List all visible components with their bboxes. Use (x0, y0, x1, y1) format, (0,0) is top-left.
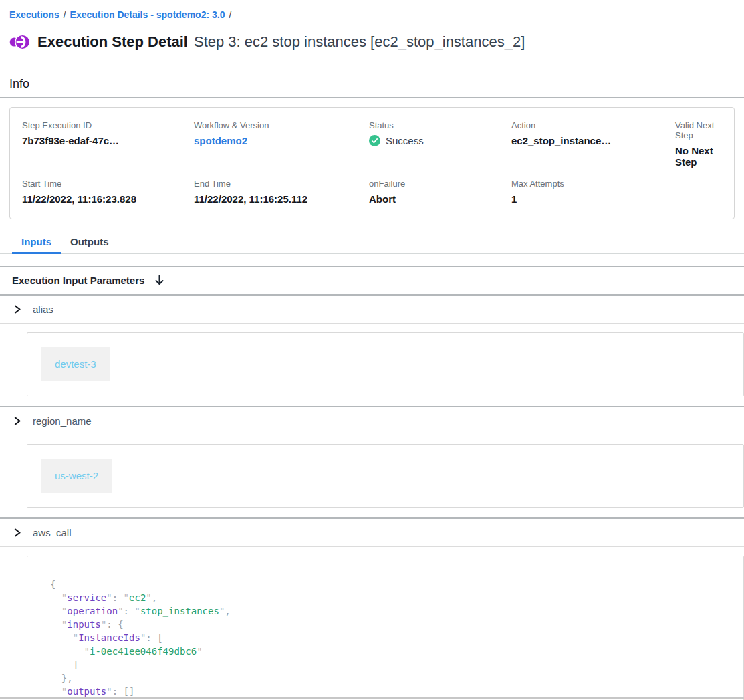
section-name: alias (33, 304, 53, 315)
workflow-link[interactable]: spotdemo2 (194, 135, 247, 146)
code-line: "i-0ec41ee046f49dbc6" (50, 645, 743, 658)
field-label: onFailure (369, 179, 511, 189)
section-aws-call: aws_call { "service": "ec2", "operation"… (0, 517, 744, 700)
field-label: End Time (194, 179, 369, 189)
code-line: "operation": "stop_instances", (50, 604, 743, 618)
status-success-icon (369, 135, 380, 146)
page-header: Execution Step DetailStep 3: ec2 stop in… (9, 31, 744, 52)
field-action: Action ec2_stop_instance… (511, 120, 675, 168)
value-box: devtest-3 (27, 332, 744, 396)
section-region-name: region_name us-west-2 (0, 406, 744, 517)
code-line: ] (50, 658, 743, 671)
execution-input-parameters-header: Execution Input Parameters (0, 266, 744, 296)
chevron-right-icon[interactable] (13, 305, 21, 314)
breadcrumb: Executions/Execution Details - spotdemo2… (0, 0, 744, 20)
code-line: "service": "ec2", (50, 591, 743, 604)
section-alias: alias devtest-3 (0, 296, 744, 406)
arrow-down-icon[interactable] (154, 275, 164, 286)
field-label: Status (369, 120, 511, 130)
field-value: 11/22/2022, 11:16:23.828 (22, 193, 194, 205)
section-region-name-body: us-west-2 (0, 435, 744, 517)
breadcrumb-link-executions[interactable]: Executions (9, 9, 59, 20)
section-region-name-header[interactable]: region_name (0, 407, 744, 435)
field-value: 7b73f93e-edaf-47c… (22, 135, 194, 146)
execution-step-detail-page: Executions/Execution Details - spotdemo2… (0, 0, 744, 700)
field-max-attempts: Max Attempts 1 (511, 179, 675, 205)
breadcrumb-separator: / (229, 9, 231, 20)
field-workflow-version: Workflow & Version spotdemo2 (194, 120, 369, 168)
field-onfailure: onFailure Abort (369, 179, 511, 205)
field-label: Start Time (22, 179, 194, 189)
code-line: "InstanceIds": [ (50, 631, 743, 645)
code-line: "inputs": { (50, 618, 743, 631)
value-chip: us-west-2 (41, 459, 112, 493)
field-value: 1 (511, 193, 675, 205)
field-value: Abort (369, 193, 511, 205)
json-code-box: { "service": "ec2", "operation": "stop_i… (27, 556, 744, 700)
field-start-time: Start Time 11/22/2022, 11:16:23.828 (22, 179, 194, 205)
field-step-execution-id: Step Execution ID 7b73f93e-edaf-47c… (22, 120, 194, 168)
chevron-right-icon[interactable] (13, 417, 21, 425)
tab-inputs[interactable]: Inputs (12, 230, 61, 254)
field-label: Step Execution ID (22, 120, 194, 130)
breadcrumb-link-execution-details[interactable]: Execution Details - spotdemo2: 3.0 (70, 9, 225, 20)
value-chip: devtest-3 (41, 347, 110, 381)
field-end-time: End Time 11/22/2022, 11:16:25.112 (194, 179, 369, 205)
field-label: Workflow & Version (194, 120, 369, 130)
json-code-block: { "service": "ec2", "operation": "stop_i… (50, 578, 743, 700)
code-line: "outputs": [] (50, 685, 743, 698)
field-value: 11/22/2022, 11:16:25.112 (194, 193, 369, 205)
field-label: Valid Next Step (675, 120, 734, 140)
params-header-title: Execution Input Parameters (12, 275, 144, 286)
page-title: Execution Step Detail (37, 33, 188, 50)
status-text: Success (386, 135, 424, 146)
code-line: { (50, 578, 743, 591)
info-heading: Info (9, 77, 744, 91)
info-card: Step Execution ID 7b73f93e-edaf-47c… Wor… (9, 107, 735, 219)
section-aws-call-header[interactable]: aws_call (0, 519, 744, 547)
bottom-divider (0, 697, 744, 699)
tab-outputs[interactable]: Outputs (61, 230, 118, 254)
section-name: region_name (33, 415, 92, 427)
inputs-outputs-tabs: Inputs Outputs (0, 230, 744, 254)
page-subtitle: Step 3: ec2 stop instances [ec2_stop_ins… (194, 33, 525, 50)
field-value: No Next Step (675, 145, 734, 168)
field-valid-next-step: Valid Next Step No Next Step (675, 120, 734, 168)
section-name: aws_call (33, 527, 72, 538)
breadcrumb-separator: / (64, 9, 66, 20)
value-box: us-west-2 (27, 444, 744, 508)
chevron-right-icon[interactable] (13, 528, 21, 537)
app-logo-icon (9, 31, 30, 52)
section-alias-body: devtest-3 (0, 324, 744, 406)
field-status: Status Success (369, 120, 511, 168)
field-label: Max Attempts (511, 179, 675, 189)
field-label: Action (511, 120, 675, 130)
info-divider (0, 97, 744, 98)
header-divider (0, 60, 744, 60)
section-aws-call-body: { "service": "ec2", "operation": "stop_i… (0, 547, 744, 700)
code-line: }, (50, 671, 743, 685)
section-alias-header[interactable]: alias (0, 296, 744, 324)
field-value: ec2_stop_instance… (511, 135, 675, 146)
